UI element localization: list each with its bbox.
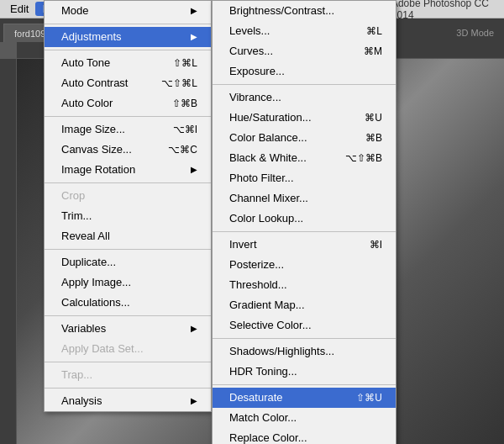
separator <box>213 84 396 85</box>
menu-item-vibrance[interactable]: Vibrance... <box>213 87 396 108</box>
menu-item-channel-mixer[interactable]: Channel Mixer... <box>213 188 396 209</box>
separator <box>213 384 396 385</box>
separator <box>45 50 211 50</box>
3d-mode-label: 3D Mode <box>456 28 494 38</box>
menu-item-black-white[interactable]: Black & White... ⌥⇧⌘B <box>213 148 396 168</box>
menu-item-selective-color[interactable]: Selective Color... <box>213 315 396 336</box>
menu-item-exposure[interactable]: Exposure... <box>213 61 396 82</box>
separator <box>45 182 211 183</box>
separator <box>45 362 211 362</box>
arrow-icon: ▶ <box>191 29 197 45</box>
menu-item-replace-color[interactable]: Replace Color... <box>213 428 396 444</box>
menu-item-auto-color[interactable]: Auto Color ⇧⌘B <box>45 93 211 114</box>
arrow-icon: ▶ <box>191 161 197 178</box>
menu-item-gradient-map[interactable]: Gradient Map... <box>213 295 396 315</box>
menu-item-levels[interactable]: Levels... ⌘L <box>213 21 396 41</box>
menu-item-auto-tone[interactable]: Auto Tone ⇧⌘L <box>45 53 211 73</box>
menu-item-brightness-contrast[interactable]: Brightness/Contrast... <box>213 1 396 21</box>
menu-item-shadows-highlights[interactable]: Shadows/Highlights... <box>213 341 396 362</box>
menu-item-trim[interactable]: Trim... <box>45 206 211 226</box>
menu-item-apply-data-set: Apply Data Set... <box>45 339 211 359</box>
menu-item-color-lookup[interactable]: Color Lookup... <box>213 209 396 229</box>
menu-item-match-color[interactable]: Match Color... <box>213 408 396 428</box>
menu-item-analysis[interactable]: Analysis ▶ <box>45 391 211 411</box>
app-title: Adobe Photoshop CC 2014 <box>391 0 501 21</box>
menu-item-hue-saturation[interactable]: Hue/Saturation... ⌘U <box>213 108 396 128</box>
separator <box>45 388 211 388</box>
arrow-icon: ▶ <box>191 320 197 337</box>
menu-item-crop: Crop <box>45 186 211 206</box>
menu-item-curves[interactable]: Curves... ⌘M <box>213 41 396 61</box>
menu-item-calculations[interactable]: Calculations... <box>45 293 211 313</box>
ruler-vertical <box>0 59 17 444</box>
menu-item-threshold[interactable]: Threshold... <box>213 275 396 295</box>
3d-mode-tab[interactable]: 3D Mode <box>449 24 501 42</box>
menu-item-apply-image[interactable]: Apply Image... <box>45 272 211 293</box>
menu-item-variables[interactable]: Variables ▶ <box>45 319 211 339</box>
menu-item-invert[interactable]: Invert ⌘I <box>213 235 396 255</box>
adjustments-submenu: Brightness/Contrast... Levels... ⌘L Curv… <box>212 0 396 444</box>
image-dropdown-menu: Mode ▶ Adjustments ▶ Auto Tone ⇧⌘L Auto … <box>44 0 212 412</box>
separator <box>45 249 211 250</box>
separator <box>45 116 211 117</box>
menu-item-trap: Trap... <box>45 365 211 385</box>
menu-item-auto-contrast[interactable]: Auto Contrast ⌥⇧⌘L <box>45 73 211 93</box>
separator <box>213 338 396 339</box>
arrow-icon: ▶ <box>191 3 197 19</box>
menu-item-duplicate[interactable]: Duplicate... <box>45 252 211 272</box>
menu-item-image-size[interactable]: Image Size... ⌥⌘I <box>45 119 211 140</box>
menu-item-color-balance[interactable]: Color Balance... ⌘B <box>213 128 396 148</box>
menu-item-adjustments[interactable]: Adjustments ▶ <box>45 27 211 47</box>
separator <box>45 315 211 316</box>
menu-item-image-rotation[interactable]: Image Rotation ▶ <box>45 160 211 180</box>
separator <box>45 24 211 24</box>
menubar-item-edit[interactable]: Edit <box>3 2 35 16</box>
menu-item-canvas-size[interactable]: Canvas Size... ⌥⌘C <box>45 140 211 160</box>
menu-item-reveal-all[interactable]: Reveal All <box>45 226 211 246</box>
menu-item-photo-filter[interactable]: Photo Filter... <box>213 168 396 188</box>
arrow-icon: ▶ <box>191 393 197 410</box>
menu-item-posterize[interactable]: Posterize... <box>213 255 396 275</box>
menu-item-hdr-toning[interactable]: HDR Toning... <box>213 362 396 382</box>
menu-item-mode[interactable]: Mode ▶ <box>45 1 211 21</box>
menu-item-desaturate[interactable]: Desaturate ⇧⌘U <box>213 388 396 408</box>
separator <box>213 231 396 232</box>
